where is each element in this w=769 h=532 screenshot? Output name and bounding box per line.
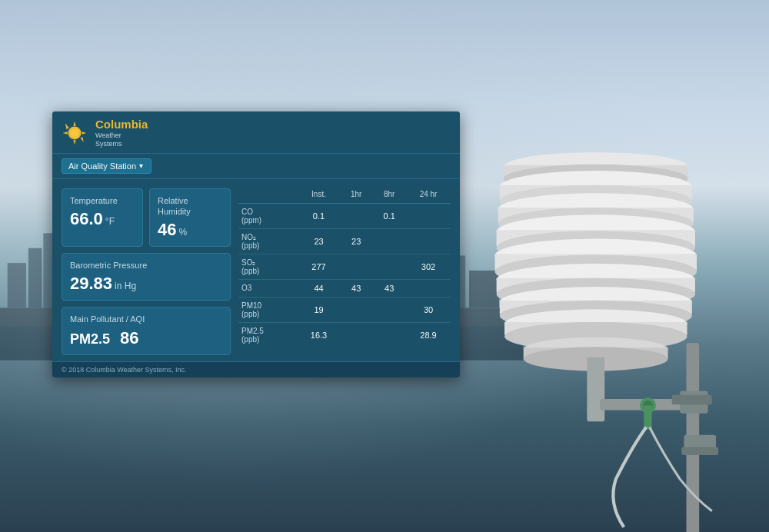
temperature-box: Temperature 66.0 °F (62, 188, 143, 248)
table-row: NO₂(ppb)2323 (238, 228, 451, 254)
table-row: O3444343 (238, 279, 451, 297)
pressure-unit: in Hg (115, 281, 136, 291)
pressure-box: Barometric Pressure 29.83 in Hg (62, 253, 231, 301)
table-cell-24hr (406, 279, 451, 297)
table-cell-1hr: 23 (340, 228, 372, 254)
table-cell-8hr (372, 228, 406, 254)
table-cell-24hr (406, 228, 451, 254)
table-cell-1hr (340, 203, 372, 228)
svg-rect-52 (587, 357, 604, 421)
dashboard-header: Columbia Weather Systems (52, 111, 460, 154)
dashboard-content: Temperature 66.0 °F RelativeHumidity 46 … (52, 179, 460, 361)
dashboard-footer: © 2018 Columbia Weather Systems, Inc. (52, 361, 460, 377)
table-cell-1hr (340, 322, 372, 347)
table-cell-inst: 277 (298, 254, 340, 279)
logo-subtitle: Weather Systems (95, 131, 148, 148)
table-cell-24hr: 30 (406, 297, 451, 322)
svg-marker-69 (65, 124, 68, 129)
table-cell-24hr: 28.9 (406, 322, 451, 347)
columbia-logo-sun (62, 120, 88, 146)
air-table-body: CO(ppm)0.10.1NO₂(ppb)2323SO₂(ppb)277302O… (238, 203, 451, 347)
col-header-inst: Inst. (298, 188, 340, 204)
table-cell-inst: 44 (298, 279, 340, 297)
svg-point-71 (70, 128, 79, 138)
svg-rect-61 (681, 447, 718, 454)
col-header-1hr: 1hr (340, 188, 372, 204)
col-header-8hr: 8hr (372, 188, 406, 204)
logo-company-name: Columbia (95, 118, 148, 131)
col-header-24hr: 24 hr (406, 188, 451, 204)
table-cell-inst: 19 (298, 297, 340, 322)
table-row: PM10(ppb)1930 (238, 297, 451, 322)
table-cell-1hr: 43 (340, 279, 372, 297)
table-cell-24hr: 302 (406, 254, 451, 279)
table-cell-8hr (372, 254, 406, 279)
table-cell-label: NO₂(ppb) (238, 228, 298, 254)
temp-number: 66.0 (70, 209, 103, 229)
temperature-value: 66.0 °F (70, 209, 135, 229)
svg-marker-67 (81, 137, 84, 142)
aqi-value: PM2.5 86 (70, 328, 222, 348)
temperature-label: Temperature (70, 195, 135, 206)
col-header-label (238, 188, 298, 204)
table-header-row: Inst. 1hr 8hr 24 hr (238, 188, 451, 204)
table-cell-inst: 16.3 (298, 322, 340, 347)
air-quality-table-col: Inst. 1hr 8hr 24 hr CO(ppm)0.10.1NO₂(ppb… (238, 188, 451, 355)
table-cell-label: PM10(ppb) (238, 297, 298, 322)
table-cell-8hr: 0.1 (372, 203, 406, 228)
aqi-label: Main Pollutant / AQI (70, 314, 222, 324)
aqi-pollutant: PM2.5 (70, 331, 110, 347)
table-cell-label: SO₂(ppb) (238, 254, 298, 279)
logo-text: Columbia Weather Systems (95, 118, 148, 148)
pressure-number: 29.83 (70, 274, 112, 294)
pressure-label: Barometric Pressure (70, 260, 222, 271)
svg-marker-64 (63, 131, 68, 134)
svg-marker-62 (73, 121, 75, 125)
humidity-unit: % (178, 227, 187, 238)
aqi-number: 86 (120, 328, 138, 348)
temp-humidity-row: Temperature 66.0 °F RelativeHumidity 46 … (62, 188, 231, 248)
table-row: SO₂(ppb)277302 (238, 254, 451, 279)
table-cell-8hr (372, 297, 406, 322)
humidity-number: 46 (158, 220, 176, 240)
table-cell-8hr (372, 322, 406, 347)
table-cell-1hr (340, 254, 372, 279)
metrics-column: Temperature 66.0 °F RelativeHumidity 46 … (62, 188, 231, 355)
table-cell-label: CO(ppm) (238, 203, 298, 228)
humidity-label: RelativeHumidity (158, 195, 222, 218)
table-cell-inst: 0.1 (298, 203, 340, 228)
table-cell-1hr (340, 297, 372, 322)
table-cell-8hr: 43 (372, 279, 406, 297)
air-quality-table: Inst. 1hr 8hr 24 hr CO(ppm)0.10.1NO₂(ppb… (238, 188, 451, 347)
table-cell-24hr (406, 203, 451, 228)
humidity-value: 46 % (158, 220, 222, 240)
table-cell-label: PM2.5(ppb) (238, 322, 298, 347)
dashboard-panel: Columbia Weather Systems Air Quality Sta… (52, 111, 460, 377)
dashboard-nav: Air Quality Station (52, 154, 460, 179)
table-row: CO(ppm)0.10.1 (238, 203, 451, 228)
copyright-text: © 2018 Columbia Weather Systems, Inc. (62, 366, 187, 374)
table-cell-inst: 23 (298, 228, 340, 254)
svg-marker-63 (73, 140, 75, 145)
humidity-box: RelativeHumidity 46 % (149, 188, 231, 248)
svg-marker-65 (82, 131, 86, 134)
station-svg (408, 62, 769, 532)
table-row: PM2.5(ppb)16.328.9 (238, 322, 451, 347)
pressure-value: 29.83 in Hg (70, 274, 222, 294)
air-quality-dropdown[interactable]: Air Quality Station (62, 158, 151, 174)
dropdown-label: Air Quality Station (68, 161, 136, 171)
table-cell-label: O3 (238, 279, 298, 297)
svg-rect-59 (644, 405, 651, 429)
aqi-box: Main Pollutant / AQI PM2.5 86 (62, 307, 231, 354)
svg-rect-56 (672, 395, 712, 405)
temp-unit: °F (105, 216, 115, 227)
